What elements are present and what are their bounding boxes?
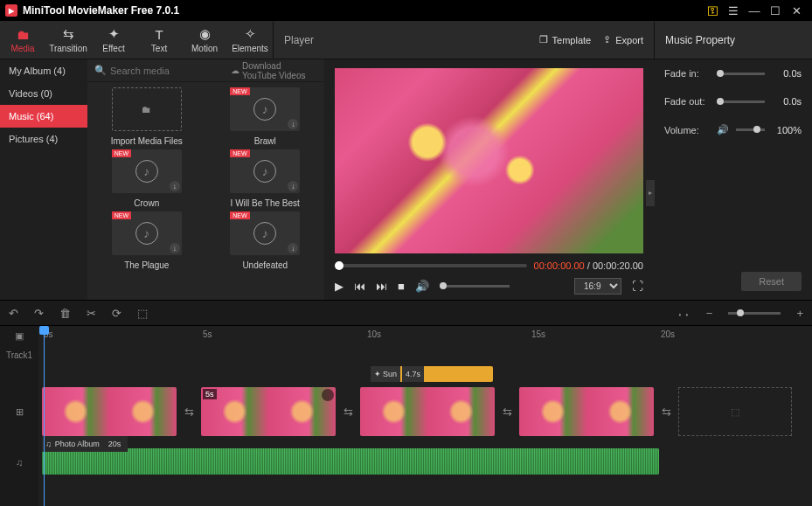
zoom-in-button[interactable]: + (796, 307, 803, 320)
transition-slot[interactable]: ⇆ (180, 403, 198, 420)
key-icon[interactable]: ⚿ (702, 2, 723, 19)
tracks-area[interactable]: 0s 5s 10s 15s 20s ✦ Sun 4.7s ⇆ 5s ⇆ ⇆ ⇆ … (38, 326, 812, 506)
video-clip[interactable] (42, 387, 177, 436)
media-item[interactable]: NEW♪↓ Brawl (212, 87, 320, 146)
volume-handle[interactable] (440, 282, 447, 289)
transition-icon: ⇆ (63, 26, 74, 42)
sidebar-item-music[interactable]: Music (64) (0, 105, 87, 128)
split-button[interactable]: ✂ (87, 307, 96, 320)
download-youtube-link[interactable]: ☁Download YouTube Videos (231, 61, 317, 80)
media-item[interactable]: NEW♪↓ The Plague (93, 211, 201, 270)
time-ruler[interactable]: 0s 5s 10s 15s 20s (38, 326, 812, 345)
download-icon[interactable]: ↓ (288, 181, 298, 191)
transition-slot[interactable]: ⇆ (498, 403, 516, 420)
volume-slider[interactable] (440, 285, 510, 288)
video-clip[interactable] (519, 387, 654, 436)
new-badge: NEW (230, 149, 249, 157)
download-icon[interactable]: ↓ (170, 181, 180, 191)
zoom-slider[interactable] (728, 312, 781, 315)
media-item-import[interactable]: 🖿 Import Media Files (93, 87, 201, 146)
video-preview[interactable] (335, 68, 643, 253)
speaker-icon[interactable]: 🔊 (717, 124, 729, 135)
scrub-bar[interactable] (335, 264, 527, 267)
sidebar-item-videos[interactable]: Videos (0) (0, 82, 87, 105)
video-track-icon[interactable]: ⊞ (0, 384, 38, 440)
text-track[interactable]: ✦ Sun 4.7s (38, 364, 812, 384)
player-panel: ▸ 00:00:00.00 / 00:00:20.00 ▶ ⏮ ⏭ ■ 🔊 16… (324, 59, 654, 300)
stop-button[interactable]: ■ (398, 280, 405, 293)
delete-button[interactable]: 🗑 (59, 307, 71, 320)
music-track[interactable]: ♫Photo Album20s (38, 440, 812, 485)
app-logo: ▶ (5, 4, 17, 17)
fadein-slider[interactable] (717, 73, 765, 75)
media-panel: 🔍 ☁Download YouTube Videos 🖿 Import Medi… (87, 59, 324, 300)
sidebar-item-myalbum[interactable]: My Album (4) (0, 59, 87, 82)
folder-icon: 🖿 (142, 104, 151, 114)
reset-button[interactable]: Reset (741, 272, 802, 291)
volume-row: Volume: 🔊 100% (664, 124, 802, 135)
prev-button[interactable]: ⏮ (354, 280, 365, 293)
media-grid: 🖿 Import Media Files NEW♪↓ Brawl NEW♪↓ C… (87, 82, 324, 300)
playhead[interactable] (44, 326, 45, 506)
text-clip-icon: ✦ Sun (371, 366, 400, 382)
slider-handle[interactable] (717, 70, 724, 77)
transition-slot[interactable]: ⇆ (657, 403, 675, 420)
undo-button[interactable]: ↶ (9, 307, 18, 320)
media-item[interactable]: NEW♪↓ Undefeated (212, 211, 320, 270)
download-icon[interactable]: ↓ (170, 243, 180, 253)
redo-button[interactable]: ↷ (34, 307, 44, 320)
panel-expand-handle[interactable]: ▸ (646, 180, 655, 206)
slider-handle[interactable] (717, 98, 724, 105)
music-note-icon: ♪ (253, 160, 276, 183)
download-icon[interactable]: ↓ (288, 119, 298, 129)
volume-prop-slider[interactable] (736, 128, 765, 131)
aspect-ratio-select[interactable]: 16:9 (574, 278, 621, 295)
text-clip[interactable]: ✦ Sun 4.7s (371, 366, 493, 382)
crop-button[interactable]: ⬚ (137, 307, 148, 320)
main: My Album (4) Videos (0) Music (64) Pictu… (0, 59, 812, 300)
video-track[interactable]: ⇆ 5s ⇆ ⇆ ⇆ ⬚ (38, 384, 812, 440)
search-input[interactable] (110, 66, 231, 76)
search-icon: 🔍 (94, 65, 107, 76)
audio-settings-icon[interactable]: ⬪⬪ (677, 307, 691, 320)
transition-slot[interactable]: ⇆ (339, 403, 357, 420)
fullscreen-button[interactable]: ⛶ (632, 280, 643, 293)
clip-options-icon[interactable] (322, 389, 334, 401)
app-title: MiniTool MovieMaker Free 7.0.1 (23, 4, 702, 17)
slider-handle[interactable] (753, 126, 760, 133)
scrub-row: 00:00:00.00 / 00:00:20.00 (335, 260, 643, 271)
new-badge: NEW (112, 149, 131, 157)
menu-icon[interactable]: ☰ (723, 2, 744, 19)
sidebar: My Album (4) Videos (0) Music (64) Pictu… (0, 59, 87, 300)
speed-button[interactable]: ⟳ (112, 307, 121, 320)
media-item[interactable]: NEW♪↓ I Will Be The Best (212, 149, 320, 208)
minimize-button[interactable]: — (744, 2, 765, 19)
tab-elements[interactable]: ✧Elements (227, 21, 273, 59)
music-track-icon[interactable]: ♫ (0, 440, 38, 485)
video-clip[interactable]: 5s (201, 387, 336, 436)
next-button[interactable]: ⏭ (376, 280, 387, 293)
template-button[interactable]: ❒Template (539, 34, 592, 45)
tab-text[interactable]: TText (136, 21, 182, 59)
media-item[interactable]: NEW♪↓ Crown (93, 149, 201, 208)
zoom-out-button[interactable]: − (706, 307, 713, 320)
video-clip[interactable] (360, 387, 495, 436)
new-badge: NEW (112, 211, 131, 219)
export-button[interactable]: ⇪Export (603, 34, 643, 45)
tab-media[interactable]: 🖿Media (0, 21, 45, 59)
fadeout-slider[interactable] (717, 101, 765, 103)
tab-transition[interactable]: ⇆Transition (45, 21, 91, 59)
drop-zone[interactable]: ⬚ (678, 387, 792, 436)
scrub-handle[interactable] (335, 261, 344, 270)
maximize-button[interactable]: ☐ (765, 2, 786, 19)
zoom-handle[interactable] (737, 309, 744, 316)
volume-icon[interactable]: 🔊 (415, 280, 429, 293)
tab-motion[interactable]: ◉Motion (182, 21, 227, 59)
sidebar-item-pictures[interactable]: Pictures (4) (0, 128, 87, 150)
music-clip[interactable]: ♫Photo Album20s (42, 448, 659, 475)
tab-effect[interactable]: ✦Effect (91, 21, 136, 59)
close-button[interactable]: ✕ (786, 2, 807, 19)
play-button[interactable]: ▶ (335, 280, 344, 293)
download-icon[interactable]: ↓ (288, 243, 298, 253)
layers-icon[interactable]: ▣ (0, 326, 38, 345)
